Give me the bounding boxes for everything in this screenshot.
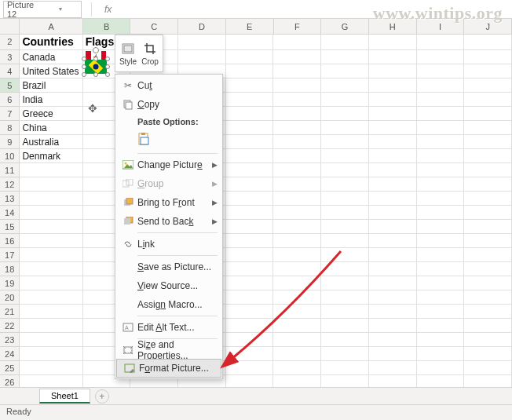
cell[interactable] bbox=[321, 149, 369, 163]
cell[interactable] bbox=[417, 177, 465, 192]
cell[interactable] bbox=[321, 333, 369, 347]
rotate-handle-icon[interactable] bbox=[93, 47, 99, 53]
cell[interactable] bbox=[273, 121, 321, 135]
cell[interactable]: Countries bbox=[20, 35, 82, 50]
cell[interactable] bbox=[20, 163, 82, 177]
cell[interactable] bbox=[273, 107, 321, 121]
cell[interactable] bbox=[417, 234, 465, 248]
cell[interactable] bbox=[417, 121, 465, 135]
cell[interactable] bbox=[369, 319, 417, 333]
cell[interactable] bbox=[417, 319, 465, 333]
cell[interactable] bbox=[321, 50, 369, 64]
row-header[interactable]: 25 bbox=[0, 361, 20, 375]
cell[interactable] bbox=[226, 64, 274, 79]
cell[interactable] bbox=[226, 290, 274, 305]
cell[interactable] bbox=[464, 220, 512, 234]
cell[interactable]: Brazil bbox=[20, 79, 82, 93]
cell[interactable] bbox=[417, 135, 465, 149]
sheet-tab[interactable]: Sheet1 bbox=[39, 389, 90, 404]
cell[interactable] bbox=[20, 347, 82, 361]
cell[interactable] bbox=[464, 361, 512, 375]
cell[interactable] bbox=[226, 163, 274, 177]
cell[interactable] bbox=[464, 107, 512, 121]
cell[interactable] bbox=[321, 35, 369, 50]
cell[interactable] bbox=[464, 79, 512, 93]
cell[interactable] bbox=[464, 276, 512, 290]
cell[interactable] bbox=[464, 163, 512, 177]
cell[interactable] bbox=[369, 206, 417, 220]
cell[interactable] bbox=[369, 64, 417, 79]
cell[interactable] bbox=[273, 333, 321, 347]
cell[interactable] bbox=[464, 64, 512, 79]
resize-handle[interactable] bbox=[82, 57, 86, 61]
cell[interactable] bbox=[321, 206, 369, 220]
cell[interactable]: India bbox=[20, 93, 82, 107]
cell[interactable] bbox=[321, 361, 369, 375]
cell[interactable]: Denmark bbox=[20, 149, 82, 163]
cell[interactable] bbox=[226, 206, 274, 220]
row-header[interactable]: 10 bbox=[0, 149, 20, 163]
cell[interactable] bbox=[20, 177, 82, 192]
cell[interactable] bbox=[321, 234, 369, 248]
cell[interactable] bbox=[321, 121, 369, 135]
cell[interactable] bbox=[226, 234, 274, 248]
row-header[interactable]: 17 bbox=[0, 248, 20, 262]
cell[interactable] bbox=[369, 35, 417, 50]
cell[interactable] bbox=[20, 206, 82, 220]
cell[interactable] bbox=[273, 93, 321, 107]
cell[interactable] bbox=[178, 50, 226, 64]
cell[interactable] bbox=[417, 333, 465, 347]
row-header[interactable]: 2 bbox=[0, 35, 20, 50]
cell[interactable] bbox=[417, 262, 465, 276]
resize-handle[interactable] bbox=[105, 72, 110, 77]
cell[interactable] bbox=[321, 93, 369, 107]
cell[interactable] bbox=[464, 93, 512, 107]
col-header[interactable]: A bbox=[20, 19, 82, 35]
resize-handle[interactable] bbox=[82, 64, 86, 69]
cell[interactable] bbox=[369, 192, 417, 206]
menu-size-properties[interactable]: Size and Properties... bbox=[115, 341, 222, 360]
col-header[interactable]: G bbox=[321, 19, 369, 35]
cell[interactable] bbox=[417, 50, 465, 64]
menu-assign-macro[interactable]: Assign Macro... bbox=[115, 295, 222, 314]
row-header[interactable]: 20 bbox=[0, 290, 20, 305]
cell[interactable] bbox=[273, 290, 321, 305]
cell[interactable] bbox=[20, 361, 82, 375]
resize-handle[interactable] bbox=[93, 57, 98, 61]
menu-save-as-picture[interactable]: Save as Picture... bbox=[115, 257, 222, 276]
cell[interactable] bbox=[273, 192, 321, 206]
cell[interactable] bbox=[273, 79, 321, 93]
cell[interactable] bbox=[321, 163, 369, 177]
cell[interactable] bbox=[369, 50, 417, 64]
menu-change-picture[interactable]: Change Picture ▶ bbox=[115, 155, 222, 174]
cell[interactable] bbox=[464, 262, 512, 276]
cell[interactable] bbox=[321, 220, 369, 234]
cell[interactable] bbox=[464, 135, 512, 149]
row-header[interactable]: 18 bbox=[0, 262, 20, 276]
row-header[interactable]: 21 bbox=[0, 305, 20, 319]
row-header[interactable]: 16 bbox=[0, 234, 20, 248]
cell[interactable] bbox=[417, 163, 465, 177]
cell[interactable] bbox=[321, 79, 369, 93]
cell[interactable] bbox=[321, 347, 369, 361]
cell[interactable] bbox=[20, 220, 82, 234]
cell[interactable] bbox=[20, 276, 82, 290]
cell[interactable] bbox=[464, 347, 512, 361]
cell[interactable] bbox=[464, 177, 512, 192]
cell[interactable] bbox=[273, 149, 321, 163]
cell[interactable] bbox=[369, 361, 417, 375]
cell[interactable] bbox=[417, 64, 465, 79]
cell[interactable] bbox=[369, 107, 417, 121]
cell[interactable] bbox=[226, 121, 274, 135]
cell[interactable] bbox=[321, 107, 369, 121]
cell[interactable] bbox=[321, 290, 369, 305]
cell[interactable] bbox=[369, 135, 417, 149]
cell[interactable] bbox=[20, 333, 82, 347]
cell[interactable] bbox=[321, 319, 369, 333]
cell[interactable] bbox=[321, 192, 369, 206]
row-header[interactable]: 22 bbox=[0, 319, 20, 333]
cell[interactable] bbox=[369, 163, 417, 177]
cell[interactable] bbox=[321, 248, 369, 262]
cell[interactable] bbox=[464, 149, 512, 163]
cell[interactable] bbox=[273, 305, 321, 319]
